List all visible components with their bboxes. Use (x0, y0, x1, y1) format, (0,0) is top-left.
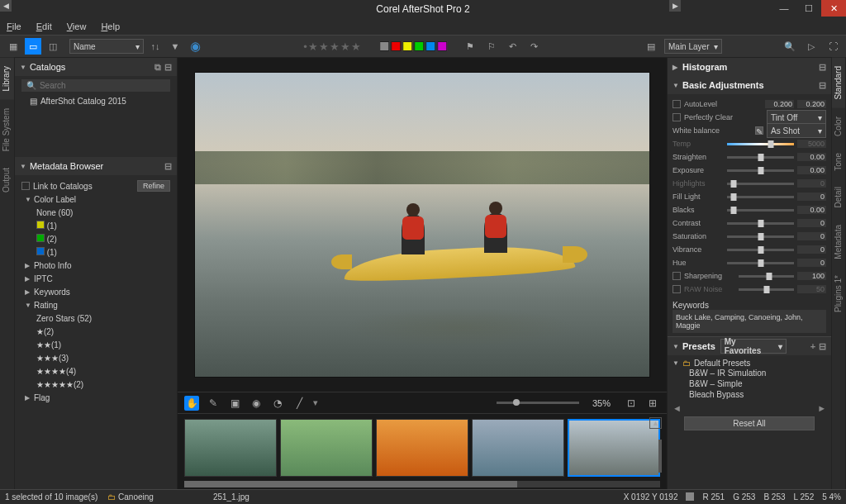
scroll-left-icon[interactable]: ◄ (673, 403, 682, 413)
menu-help[interactable]: Help (101, 21, 120, 31)
preset-item[interactable]: Bleach Bypass (673, 389, 826, 400)
pin-icon[interactable]: ⊟ (819, 341, 826, 352)
slider-track[interactable] (727, 143, 794, 145)
keywords-box[interactable]: Buck Lake, Camping, Canoeing, John, Magg… (673, 310, 826, 333)
thumbnail[interactable] (472, 419, 564, 477)
slider-value[interactable]: 0.00 (797, 206, 826, 214)
autolevel-checkbox[interactable] (673, 100, 681, 108)
basic-adjustments-title[interactable]: Basic Adjustments (682, 80, 764, 90)
slider-track[interactable] (727, 222, 794, 225)
slider-value[interactable]: 0 (797, 259, 826, 267)
slider-checkbox[interactable] (673, 272, 681, 280)
redo-button[interactable]: ↷ (526, 38, 543, 55)
slider-value[interactable]: 0 (797, 193, 826, 201)
slider-track[interactable] (727, 235, 794, 238)
preset-item[interactable]: B&W – IR Simulation (673, 368, 826, 378)
slider-track[interactable] (727, 183, 794, 185)
chat-icon[interactable]: ◉ (187, 38, 203, 55)
pin-icon[interactable]: ⊟ (819, 62, 826, 73)
slider-track[interactable] (727, 262, 794, 264)
white-balance-dropdown[interactable]: As Shot▾ (767, 123, 826, 138)
preset-folder[interactable]: Default Presets (694, 359, 750, 368)
slider-value[interactable]: 0 (797, 179, 826, 188)
redeye-tool[interactable]: ◉ (249, 396, 264, 411)
thumb-scroll-v[interactable] (658, 440, 662, 473)
reset-all-button[interactable]: Reset All (684, 416, 815, 430)
slider-track[interactable] (739, 288, 794, 291)
refine-button[interactable]: Refine (137, 180, 170, 192)
grid-view-button[interactable]: ▦ (5, 38, 21, 55)
histogram-title[interactable]: Histogram (682, 62, 727, 72)
sort-dropdown[interactable]: Name ▾ (69, 39, 144, 54)
flag-section[interactable]: Flag (34, 392, 50, 405)
tab-color[interactable]: Color (832, 108, 845, 145)
actual-icon[interactable]: ⊞ (645, 396, 660, 411)
thumbnail-selected[interactable] (568, 419, 660, 477)
tab-detail[interactable]: Detail (832, 178, 845, 216)
scroll-right-icon[interactable]: ► (817, 403, 826, 413)
link-catalogs-checkbox[interactable] (21, 182, 30, 190)
pin-icon[interactable]: ⊟ (164, 161, 172, 172)
eyedropper-tool[interactable]: ✎ (206, 396, 221, 411)
tab-plugins[interactable]: Plugins 1* (832, 267, 845, 321)
layer-dropdown[interactable]: Main Layer ▾ (664, 39, 722, 54)
slider-track[interactable] (727, 156, 794, 159)
catalog-search-input[interactable]: 🔍 Search (21, 79, 170, 92)
add-preset-icon[interactable]: + (810, 341, 815, 352)
thumbnail[interactable] (376, 419, 468, 477)
tab-standard[interactable]: Standard (832, 58, 845, 108)
slider-value[interactable]: 0.00 (797, 166, 826, 174)
thumb-expand-icon[interactable]: ▲ (649, 417, 662, 429)
compare-view-button[interactable]: ◫ (45, 38, 61, 55)
slider-value[interactable]: 0.00 (797, 153, 826, 161)
sort-direction-button[interactable]: ↑↓ (147, 38, 164, 55)
slider-track[interactable] (727, 209, 794, 212)
iptc-section[interactable]: IPTC (34, 273, 53, 286)
wb-picker-icon[interactable]: ✎ (755, 126, 763, 135)
slider-value[interactable]: 50 (797, 285, 826, 293)
pan-tool[interactable]: ✋ (184, 396, 199, 411)
slider-checkbox[interactable] (673, 285, 681, 293)
menu-edit[interactable]: Edit (36, 21, 52, 31)
pin-icon[interactable]: ⊟ (819, 80, 826, 91)
preset-item[interactable]: B&W – Simple (673, 378, 826, 389)
layers-icon[interactable]: ▤ (643, 38, 659, 55)
undo-button[interactable]: ↶ (505, 38, 521, 55)
menu-file[interactable]: File (7, 21, 21, 31)
filter-button[interactable]: ▼ (167, 38, 183, 55)
slider-track[interactable] (727, 249, 794, 251)
fit-icon[interactable]: ⊡ (624, 396, 639, 411)
slider-value[interactable]: 0 (797, 245, 826, 254)
slider-value[interactable]: 0 (797, 232, 826, 240)
presets-dropdown[interactable]: My Favorites▾ (720, 339, 787, 354)
slider-track[interactable] (727, 169, 794, 172)
maximize-button[interactable]: ☐ (796, 0, 821, 17)
search-icon[interactable]: 🔍 (782, 38, 798, 55)
slider-value[interactable]: 5000 (797, 140, 826, 148)
color-label-swatches[interactable] (379, 41, 447, 51)
tab-output[interactable]: Output (0, 159, 14, 201)
thumb-scrollbar[interactable] (184, 481, 660, 487)
image-view-button[interactable]: ▭ (25, 38, 41, 55)
tag-button[interactable]: ⚐ (483, 38, 500, 55)
presets-title[interactable]: Presets (682, 341, 715, 351)
tab-tone[interactable]: Tone (832, 145, 845, 179)
close-button[interactable]: ✕ (821, 0, 846, 17)
perfectly-clear-checkbox[interactable] (673, 113, 681, 121)
thumbnail[interactable] (280, 419, 373, 477)
brush-tool[interactable]: ╱ (292, 396, 307, 411)
thumbnail[interactable] (184, 419, 277, 477)
fullscreen-icon[interactable]: ⛶ (825, 38, 841, 55)
rating-stars[interactable]: •★★★★★ (303, 40, 361, 53)
image-viewer[interactable] (178, 58, 667, 392)
color-label-section[interactable]: Color Label (34, 193, 76, 207)
rating-section[interactable]: Rating (34, 299, 58, 312)
slider-value[interactable]: 0 (797, 219, 826, 227)
collapse-left-button[interactable]: ◀ (0, 0, 12, 12)
keywords-section[interactable]: Keywords (34, 286, 70, 299)
tab-library[interactable]: Library (0, 58, 14, 100)
tab-filesystem[interactable]: File System (0, 100, 14, 159)
region-tool[interactable]: ◔ (270, 396, 285, 411)
photo-info-section[interactable]: Photo Info (34, 259, 72, 273)
collapse-right-button[interactable]: ▶ (669, 0, 681, 12)
